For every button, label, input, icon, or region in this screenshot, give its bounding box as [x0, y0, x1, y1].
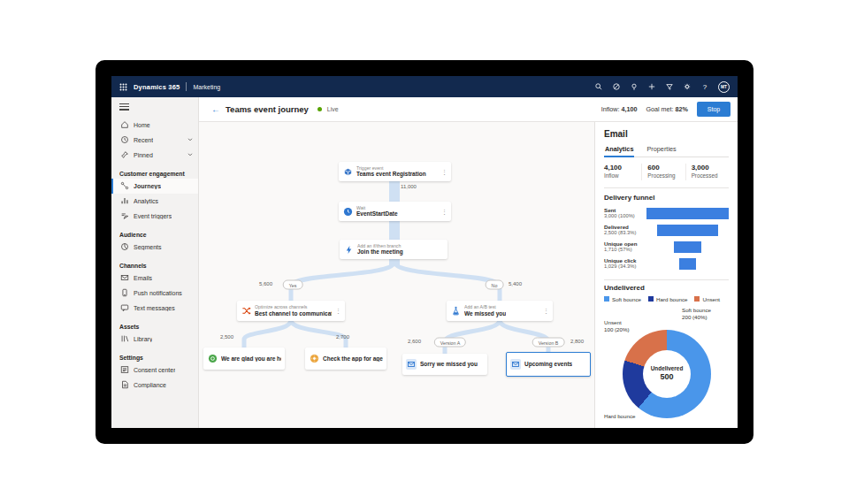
gear-icon[interactable] [683, 82, 692, 91]
sidebar-item-library[interactable]: Library [111, 332, 198, 347]
sidebar-item-consent-center[interactable]: Consent center [111, 363, 198, 378]
search-icon[interactable] [594, 82, 603, 91]
add-icon[interactable] [647, 82, 656, 91]
divider [604, 279, 729, 280]
funnel-bar [674, 241, 701, 253]
compass-icon[interactable] [612, 82, 621, 91]
donut-callout-unsent: Unsent 100 (20%) [604, 319, 630, 333]
funnel-row-delivered: Delivered2,500 (83.3%) [604, 222, 729, 239]
app-window: Dynamics 365 Marketing ? MT Home Recent [111, 76, 738, 428]
sidebar-item-analytics[interactable]: Analytics [111, 194, 198, 209]
app-area[interactable]: Marketing [193, 84, 220, 90]
page-title: Teams event journey [226, 104, 309, 114]
journey-node-trigger[interactable]: Trigger eventTeams event Registration ⋮ [339, 162, 451, 181]
sidebar-item-text-messages[interactable]: Text messages [111, 301, 198, 316]
phone-icon [119, 288, 129, 298]
journey-node-upcoming-events[interactable]: Upcoming events [506, 352, 591, 377]
sidebar-item-recent[interactable]: Recent [111, 133, 198, 148]
compliance-icon [119, 380, 129, 390]
funnel-row-sent: Sent3,000 (100%) [604, 205, 729, 222]
journeys-icon [119, 181, 129, 191]
legend-soft-bounce: Soft bounce [604, 296, 641, 302]
journey-header: ← Teams event journey Live Inflow: 4,100… [199, 97, 738, 122]
event-triggers-icon [119, 211, 129, 221]
app-notification-icon [309, 354, 319, 364]
node-menu-icon[interactable]: ⋮ [335, 308, 341, 314]
email-node-icon [406, 359, 417, 370]
node-menu-icon[interactable]: ⋮ [441, 209, 447, 215]
journey-node-wait[interactable]: WaitEventStartDate ⋮ [339, 202, 451, 221]
divider [604, 187, 729, 188]
sidebar-section-settings: Settings [111, 355, 198, 361]
library-icon [119, 334, 129, 344]
edge-count-optimize-left: 2,500 [220, 334, 233, 340]
funnel-row-unique-open: Unique open1,710 (57%) [604, 239, 729, 256]
tab-properties[interactable]: Properties [646, 145, 677, 157]
stat-processed: 3,000Processed [685, 164, 729, 180]
device-frame: Dynamics 365 Marketing ? MT Home Recent [96, 60, 753, 444]
journey-node-glad-you-are-here[interactable]: We are glad you are here [203, 347, 285, 370]
sidebar-item-compliance[interactable]: Compliance [111, 378, 198, 393]
app-brand[interactable]: Dynamics 365 [134, 83, 180, 91]
delivery-funnel-title: Delivery funnel [604, 194, 729, 202]
sidebar-item-pinned[interactable]: Pinned [111, 148, 198, 163]
journey-node-if-then-branch[interactable]: Add an if/then branchJoin the meeting [340, 240, 447, 259]
goal-met-metric: Goal met: 82% [646, 105, 688, 113]
help-icon[interactable]: ? [700, 82, 709, 91]
node-menu-icon[interactable]: ⋮ [441, 169, 447, 175]
edge-count-trigger-out: 11,000 [401, 184, 417, 189]
divider [186, 82, 187, 91]
legend-swatch [694, 296, 700, 302]
sidebar-item-journeys[interactable]: Journeys [111, 179, 198, 194]
tab-analytics[interactable]: Analytics [604, 145, 634, 157]
sidebar-item-push-notifications[interactable]: Push notifications [111, 286, 198, 301]
journey-node-ab-test[interactable]: Add an A/B testWe missed you ⋮ [447, 301, 553, 321]
sidebar: Home Recent Pinned Customer engagement J… [111, 97, 199, 428]
chevron-down-icon[interactable] [187, 153, 193, 157]
clock-icon [119, 135, 129, 145]
journey-node-optimize-channels[interactable]: Optimize across channelsBest channel to … [237, 301, 345, 321]
stat-inflow: 4,100Inflow [604, 164, 641, 180]
analytics-panel: Email Analytics Properties 4,100Inflow 6… [594, 122, 738, 428]
live-status-dot [317, 107, 322, 111]
edge-count-version-a: 2,600 [408, 339, 421, 344]
email-icon [119, 273, 129, 283]
sidebar-item-home[interactable]: Home [111, 118, 198, 133]
sidebar-section-channels: Channels [111, 263, 198, 269]
journey-node-sorry-we-missed-you[interactable]: Sorry we missed you [402, 354, 487, 375]
stop-button[interactable]: Stop [697, 102, 730, 117]
avatar[interactable]: MT [718, 81, 730, 93]
waffle-icon[interactable] [119, 82, 127, 91]
branch-bolt-icon [343, 244, 354, 255]
segments-icon [119, 242, 129, 252]
edge-count-yes: 5,600 [259, 281, 272, 286]
branch-pill-no: No [486, 280, 504, 290]
chevron-down-icon[interactable] [187, 138, 193, 141]
top-nav-bar: Dynamics 365 Marketing ? MT [111, 76, 738, 97]
sidebar-section-audience: Audience [111, 232, 198, 238]
delivery-funnel-chart: Sent3,000 (100%) Delivered2,500 (83.3%) … [604, 205, 729, 272]
lightbulb-icon[interactable] [630, 82, 639, 91]
node-menu-icon[interactable]: ⋮ [543, 308, 549, 314]
sidebar-item-emails[interactable]: Emails [111, 271, 198, 286]
panel-tabs: Analytics Properties [604, 145, 729, 157]
pin-icon [119, 150, 129, 160]
branch-pill-yes: Yes [283, 280, 303, 290]
edge-count-optimize-right: 2,700 [336, 334, 349, 340]
filter-icon[interactable] [665, 82, 674, 91]
branch-pill-version-b: Version B [532, 338, 565, 347]
home-icon [119, 120, 129, 130]
live-status-label: Live [327, 106, 339, 112]
hamburger-menu-icon[interactable] [119, 103, 129, 111]
journey-node-check-app-agenda[interactable]: Check the app for agenda [305, 347, 386, 370]
journey-canvas[interactable]: Trigger eventTeams event Registration ⋮ … [199, 122, 594, 428]
undelivered-section: Undelivered Soft bounce Hard bounce Unse… [604, 284, 729, 424]
panel-title: Email [604, 129, 729, 139]
teams-message-icon [207, 354, 218, 364]
sidebar-item-event-triggers[interactable]: Event triggers [111, 209, 198, 224]
sidebar-item-segments[interactable]: Segments [111, 240, 198, 255]
back-arrow-icon[interactable]: ← [211, 105, 220, 114]
sidebar-section-customer-engagement: Customer engagement [111, 171, 198, 177]
legend-unsent: Unsent [694, 296, 720, 302]
optimize-channels-icon [241, 306, 251, 317]
